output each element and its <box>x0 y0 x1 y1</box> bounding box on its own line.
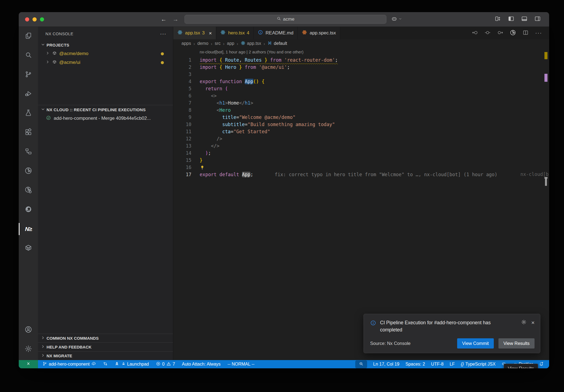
tab-README-md[interactable]: README.md <box>254 27 298 39</box>
breadcrumb-item[interactable]: demo <box>197 41 208 46</box>
split-editor-icon[interactable] <box>522 32 529 37</box>
line-content[interactable]: return ( <box>191 85 228 92</box>
line-content[interactable]: /> <box>191 135 222 142</box>
view-commit-button[interactable]: View Commit <box>457 338 494 349</box>
project-item[interactable]: @acme/ui <box>38 58 173 67</box>
line-content[interactable]: <Hero <box>191 107 231 114</box>
tab-app-tsx[interactable]: app.tsx3× <box>173 27 216 39</box>
more-actions-icon[interactable]: ··· <box>160 31 166 37</box>
status-cursor-position[interactable]: Ln 17, Col 19 <box>373 362 399 367</box>
line-content[interactable]: } <box>191 157 202 164</box>
zoom-window-button[interactable] <box>40 17 44 21</box>
activity-item-accounts[interactable] <box>19 320 38 340</box>
toggle-primary-sidebar-icon[interactable] <box>508 15 514 23</box>
activity-item-source-control[interactable] <box>19 65 38 85</box>
line-number[interactable]: 12 <box>173 135 191 142</box>
customize-layout-icon[interactable] <box>495 15 501 23</box>
line-number[interactable]: 15 <box>173 157 191 164</box>
line-number[interactable]: 13 <box>173 142 191 149</box>
activity-item-run-debug[interactable] <box>19 85 38 104</box>
activity-item-edge-tools[interactable] <box>19 200 38 219</box>
line-content[interactable]: <h1>Home</h1> <box>191 99 253 107</box>
status-notifications-bell[interactable] <box>539 361 544 367</box>
activity-item-containers[interactable] <box>19 239 38 258</box>
line-content[interactable]: ); <box>191 149 211 157</box>
section-common-nx-commands[interactable]: COMMON NX COMMANDS <box>38 334 173 342</box>
line-number[interactable]: 6 <box>173 92 191 99</box>
line-content[interactable]: import { Route, Routes } from 'react-rou… <box>191 56 338 64</box>
line-content[interactable]: import { Hero } from '@acme/ui'; <box>191 64 290 71</box>
status-vim-mode[interactable]: -- NORMAL -- <box>227 362 254 367</box>
gitlens-back-icon[interactable] <box>472 32 478 37</box>
activity-item-testing[interactable] <box>19 104 38 123</box>
activity-item-gitlens-inspect[interactable] <box>19 181 38 200</box>
activity-item-nx-console[interactable]: N≥ <box>19 219 38 239</box>
activity-item-extensions[interactable] <box>19 123 38 142</box>
activity-item-search[interactable] <box>19 46 38 65</box>
notification-settings-icon[interactable] <box>521 319 527 326</box>
breadcrumb-item[interactable]: default <box>267 41 287 47</box>
status-launchpad[interactable]: Launchpad <box>115 361 149 367</box>
line-content[interactable]: cta="Get Started" <box>191 128 270 135</box>
line-number[interactable]: 17 <box>173 171 191 178</box>
line-number[interactable]: 11 <box>173 128 191 135</box>
breadcrumb-item[interactable]: app <box>227 41 234 46</box>
breadcrumb-item[interactable]: apps <box>181 41 191 46</box>
status-auto-attach[interactable]: Auto Attach: Always <box>182 362 221 367</box>
nav-forward-button[interactable]: → <box>173 16 178 23</box>
close-icon[interactable]: × <box>531 320 535 326</box>
line-number[interactable]: 10 <box>173 121 191 128</box>
remote-indicator[interactable] <box>19 360 38 368</box>
gitlens-forward-icon[interactable] <box>497 32 503 37</box>
activity-item-gitlens[interactable] <box>19 162 38 181</box>
status-zoom-indicator[interactable] <box>355 360 367 368</box>
gitlens-current-icon[interactable] <box>484 32 491 37</box>
status-language-mode[interactable]: {}TypeScript JSX <box>461 362 495 367</box>
status-problems[interactable]: 07 <box>156 361 175 367</box>
line-number[interactable]: 3 <box>173 71 191 78</box>
section-nx-migrate[interactable]: NX MIGRATE <box>38 351 173 360</box>
line-number[interactable]: 7 <box>173 99 191 107</box>
pipeline-execution-item[interactable]: add-hero-component - Merge 409b44e5cb02.… <box>38 114 173 123</box>
line-number[interactable]: 4 <box>173 78 191 85</box>
line-number[interactable]: 2 <box>173 64 191 71</box>
tab-app-spec-tsx[interactable]: app.spec.tsx <box>298 27 340 39</box>
line-content[interactable] <box>191 164 205 171</box>
view-results-button[interactable]: View Results <box>498 338 535 349</box>
project-item[interactable]: @acme/demo <box>38 49 173 58</box>
status-branch[interactable]: add-hero-component <box>42 361 96 367</box>
line-number[interactable]: 9 <box>173 114 191 121</box>
breadcrumb-item[interactable]: app.tsx <box>241 41 261 47</box>
close-window-button[interactable] <box>25 17 29 21</box>
line-content[interactable]: title="Welcome @acme/demo" <box>191 114 295 121</box>
line-content[interactable]: export default App;fix: correct typo in … <box>191 171 497 178</box>
copilot-menu[interactable] <box>391 16 402 23</box>
section-help-and-feedback[interactable]: HELP AND FEEDBACK <box>38 342 173 351</box>
gitlens-graph-icon[interactable] <box>510 32 516 37</box>
line-content[interactable]: subtitle="Build something amazing today" <box>191 121 335 128</box>
line-content[interactable]: </> <box>191 142 219 149</box>
lightbulb-icon[interactable] <box>200 164 205 171</box>
close-tab-icon[interactable]: × <box>209 31 212 36</box>
line-number[interactable]: 8 <box>173 107 191 114</box>
status-compare-changes[interactable] <box>103 361 108 367</box>
code-editor[interactable]: nx-cloud[bot], 1 hour ago | 2 authors (Y… <box>173 48 549 360</box>
nav-back-button[interactable]: ← <box>161 16 167 23</box>
activity-item-project-graph[interactable] <box>19 142 38 162</box>
projects-section-header[interactable]: PROJECTS <box>38 40 173 49</box>
line-content[interactable]: export function App() { <box>191 78 264 85</box>
tab-hero-tsx[interactable]: hero.tsx4 <box>216 27 254 39</box>
toggle-panel-icon[interactable] <box>521 15 528 23</box>
toggle-secondary-sidebar-icon[interactable] <box>534 15 541 23</box>
nx-cloud-section-header[interactable]: NX CLOUD :: RECENT CI PIPELINE EXECUTION… <box>38 105 173 114</box>
command-center-search[interactable]: acme <box>185 15 386 24</box>
status-eol[interactable]: LF <box>450 362 455 367</box>
line-content[interactable] <box>191 71 200 78</box>
line-content[interactable]: <> <box>191 92 216 99</box>
line-number[interactable]: 14 <box>173 149 191 157</box>
line-number[interactable]: 16 <box>173 164 191 171</box>
more-actions-icon[interactable]: ··· <box>535 31 542 36</box>
minimize-window-button[interactable] <box>32 17 37 21</box>
line-number[interactable]: 1 <box>173 56 191 64</box>
status-encoding[interactable]: UTF-8 <box>431 362 443 367</box>
